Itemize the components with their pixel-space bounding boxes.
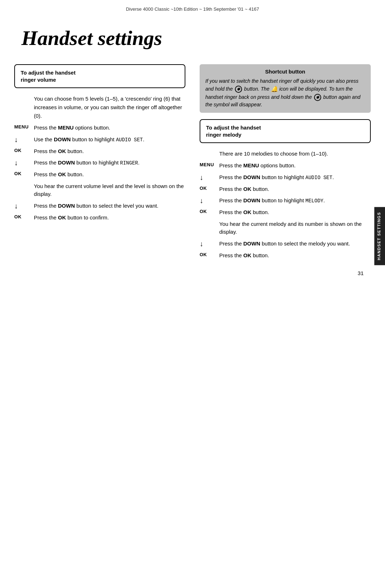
header-text: Diverse 4000 Classic ~10th Edition ~ 19t… (126, 6, 259, 12)
left-column: To adjust the handset ringer volume You … (14, 64, 192, 225)
step-ok1: OK Press the OK button. (14, 147, 185, 156)
ringer-volume-steps2: ↓ Press the DOWN button to select the le… (14, 202, 185, 222)
page-number: 31 (0, 263, 385, 276)
step-text-down-select: Press the DOWN button to select the leve… (34, 202, 185, 210)
star-button-icon: ✱ (235, 86, 242, 93)
step-label-arrow3: ↓ (14, 202, 34, 210)
shortcut-box-body: If you want to switch the handset ringer… (205, 77, 365, 108)
step-label-ok-r2: OK (200, 208, 219, 214)
ringer-melody-box: To adjust the handset ringer melody (200, 119, 371, 143)
step-ok-r2: OK Press the OK button. (200, 208, 371, 217)
step-ok-r3: OK Press the OK button. (200, 252, 371, 260)
step-label-ok-r3: OK (200, 252, 219, 257)
step-label-ok3: OK (14, 214, 34, 219)
ringer-volume-intro: You can choose from 5 levels (1–5), a 'c… (14, 95, 185, 120)
step-ok3: OK Press the OK button to confirm. (14, 214, 185, 222)
step-label-arrow-r3: ↓ (200, 240, 219, 248)
step-text-menu-r: Press the MENU options button. (219, 162, 371, 170)
star-button-icon2: ✱ (314, 94, 321, 101)
page-title: Handset settings (0, 15, 385, 64)
step-text-down-audio: Use the DOWN button to highlight AUDIO S… (34, 136, 185, 144)
step-down-melody: ↓ Press the DOWN button to highlight MEL… (200, 197, 371, 205)
right-column: Shortcut button If you want to switch th… (192, 64, 371, 263)
step-label-ok-r1: OK (200, 185, 219, 191)
step-text-ok3: Press the OK button to confirm. (34, 214, 185, 222)
step-text-down-melody: Press the DOWN button to highlight MELOD… (219, 197, 371, 205)
step-down-select: ↓ Press the DOWN button to select the le… (14, 202, 185, 210)
step-label-arrow2: ↓ (14, 159, 34, 167)
step-label-arrow-r1: ↓ (200, 173, 219, 182)
step-menu-r: MENU Press the MENU options button. (200, 162, 371, 170)
step-text-ok2: Press the OK button. (34, 171, 185, 179)
step-label-arrow1: ↓ (14, 136, 34, 144)
ringer-melody-steps2: ↓ Press the DOWN button to select the me… (200, 240, 371, 260)
ringer-melody-intro: There are 10 melodies to choose from (1–… (200, 149, 371, 158)
step-text-down-audio-r: Press the DOWN button to highlight AUDIO… (219, 173, 371, 182)
step-text-down-ringer: Press the DOWN button to highlight RINGE… (34, 159, 185, 167)
ringer-melody-note: You hear the current melody and its numb… (200, 220, 371, 236)
step-down-audio-r: ↓ Press the DOWN button to highlight AUD… (200, 173, 371, 182)
step-down-ringer: ↓ Press the DOWN button to highlight RIN… (14, 159, 185, 167)
ringer-melody-title: To adjust the handset ringer melody (206, 124, 364, 138)
step-text-ok-r2: Press the OK button. (219, 208, 371, 217)
ringer-volume-box: To adjust the handset ringer volume (14, 64, 185, 88)
step-text-ok-r3: Press the OK button. (219, 252, 371, 260)
step-text-ok-r1: Press the OK button. (219, 185, 371, 193)
shortcut-box: Shortcut button If you want to switch th… (200, 64, 371, 113)
step-label-ok1: OK (14, 147, 34, 153)
step-text-ok1: Press the OK button. (34, 147, 185, 156)
step-label-ok2: OK (14, 171, 34, 176)
bell-icon: 🔔 (271, 85, 278, 93)
step-text-down-melody2: Press the DOWN button to select the melo… (219, 240, 371, 248)
page-header: Diverse 4000 Classic ~10th Edition ~ 19t… (0, 0, 385, 15)
ringer-volume-steps: MENU Press the MENU options button. ↓ Us… (14, 124, 185, 179)
step-down-audio: ↓ Use the DOWN button to highlight AUDIO… (14, 136, 185, 144)
shortcut-box-title: Shortcut button (205, 69, 365, 75)
step-text-menu: Press the MENU options button. (34, 124, 185, 132)
main-content: To adjust the handset ringer volume You … (0, 64, 385, 263)
step-down-melody2: ↓ Press the DOWN button to select the me… (200, 240, 371, 248)
ringer-volume-note: You hear the current volume level and th… (14, 182, 185, 198)
step-ok-r1: OK Press the OK button. (200, 185, 371, 193)
ringer-volume-title: To adjust the handset ringer volume (21, 69, 179, 83)
step-ok2: OK Press the OK button. (14, 171, 185, 179)
step-label-menu: MENU (14, 124, 34, 130)
sidebar-tab: HANDSET SETTINGS (374, 207, 385, 265)
ringer-melody-steps: MENU Press the MENU options button. ↓ Pr… (200, 162, 371, 217)
step-label-menu-r: MENU (200, 162, 219, 167)
step-label-arrow-r2: ↓ (200, 197, 219, 205)
step-menu: MENU Press the MENU options button. (14, 124, 185, 132)
